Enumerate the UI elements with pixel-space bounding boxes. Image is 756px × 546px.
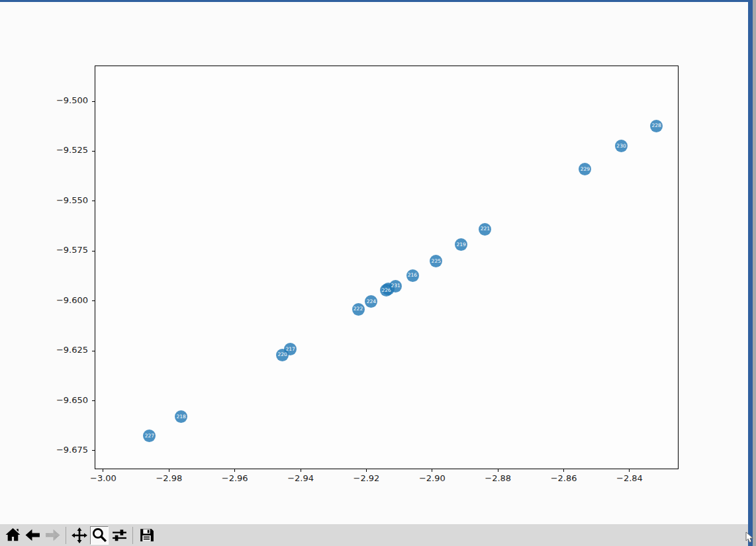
data-point-label: 227 (145, 433, 154, 439)
y-tick-label: −9.500 (20, 95, 88, 105)
zoom-button[interactable] (90, 526, 109, 545)
data-point-label: 222 (354, 306, 363, 312)
zoom-magnifier-icon (91, 527, 108, 543)
data-point-231: 231 (389, 280, 402, 293)
y-tick-label: −9.675 (20, 445, 88, 455)
plot-area[interactable] (95, 66, 679, 469)
data-point-228: 228 (650, 120, 663, 132)
data-point-label: 220 (278, 352, 287, 357)
data-point-label: 231 (391, 283, 400, 289)
y-tick-mark (92, 151, 95, 152)
forward-arrow-icon (44, 527, 61, 543)
data-point-label: 230 (616, 144, 626, 149)
data-point-label: 229 (581, 167, 590, 172)
home-icon (5, 527, 21, 543)
y-tick-mark (92, 400, 95, 401)
mouse-cursor (745, 531, 755, 546)
x-tick-mark (498, 469, 498, 472)
y-tick-label: −9.625 (20, 345, 88, 355)
window-edge-gray (753, 0, 756, 546)
y-tick-label: −9.525 (20, 145, 88, 155)
x-tick-mark (432, 469, 432, 472)
forward-button (43, 526, 62, 545)
pan-button[interactable] (70, 526, 89, 545)
x-tick-label: −2.86 (538, 473, 591, 483)
x-tick-mark (301, 469, 301, 472)
y-tick-mark (92, 101, 95, 102)
data-point-222: 222 (352, 303, 365, 316)
data-point-216: 216 (406, 269, 419, 282)
y-tick-mark (92, 300, 95, 301)
x-tick-label: −2.98 (142, 473, 195, 483)
x-tick-label: −2.84 (603, 473, 656, 483)
matplotlib-figure-window: −3.00−2.98−2.96−2.94−2.92−2.90−2.88−2.86… (0, 0, 756, 546)
y-tick-mark (92, 251, 95, 251)
y-tick-mark (92, 450, 95, 451)
data-point-220: 220 (276, 349, 289, 361)
save-floppy-icon (138, 527, 155, 543)
x-tick-mark (234, 469, 235, 472)
sliders-icon (111, 527, 128, 543)
x-tick-mark (169, 469, 169, 472)
data-point-label: 218 (177, 414, 186, 420)
x-tick-label: −2.96 (209, 473, 261, 483)
y-tick-label: −9.650 (20, 395, 88, 405)
toolbar-separator (132, 527, 133, 544)
x-tick-label: −2.90 (406, 473, 459, 483)
y-tick-label: −9.550 (20, 195, 88, 205)
navigation-toolbar: (x, y) = (\u22122.8260, \u22129.4872) (0, 524, 756, 546)
data-point-label: 216 (408, 273, 417, 278)
y-tick-label: −9.600 (20, 295, 88, 305)
data-point-221: 221 (479, 223, 491, 236)
x-tick-label: −2.92 (340, 473, 393, 483)
y-tick-mark (92, 201, 95, 201)
x-tick-label: −2.94 (274, 473, 327, 483)
x-tick-label: −2.88 (471, 473, 524, 483)
x-tick-mark (103, 469, 103, 472)
home-button[interactable] (3, 526, 22, 545)
back-button[interactable] (23, 526, 42, 545)
toolbar-separator (66, 527, 66, 544)
x-tick-mark (629, 469, 630, 472)
data-point-label: 221 (481, 226, 490, 232)
x-tick-mark (366, 469, 367, 472)
x-tick-label: −3.00 (77, 473, 130, 483)
save-button[interactable] (137, 526, 156, 545)
y-tick-mark (92, 351, 95, 351)
back-arrow-icon (24, 527, 41, 543)
figure-canvas[interactable]: −3.00−2.98−2.96−2.94−2.92−2.90−2.88−2.86… (0, 2, 748, 524)
window-border-top (0, 0, 753, 2)
configure-subplots-button[interactable] (110, 526, 128, 545)
data-point-label: 224 (367, 299, 376, 304)
data-point-label: 228 (652, 123, 661, 128)
data-point-label: 225 (432, 259, 441, 264)
data-point-label: 219 (456, 242, 465, 248)
x-tick-mark (563, 469, 564, 472)
pan-arrows-icon (71, 527, 88, 544)
y-tick-label: −9.575 (20, 245, 88, 255)
window-border-right (748, 0, 753, 546)
